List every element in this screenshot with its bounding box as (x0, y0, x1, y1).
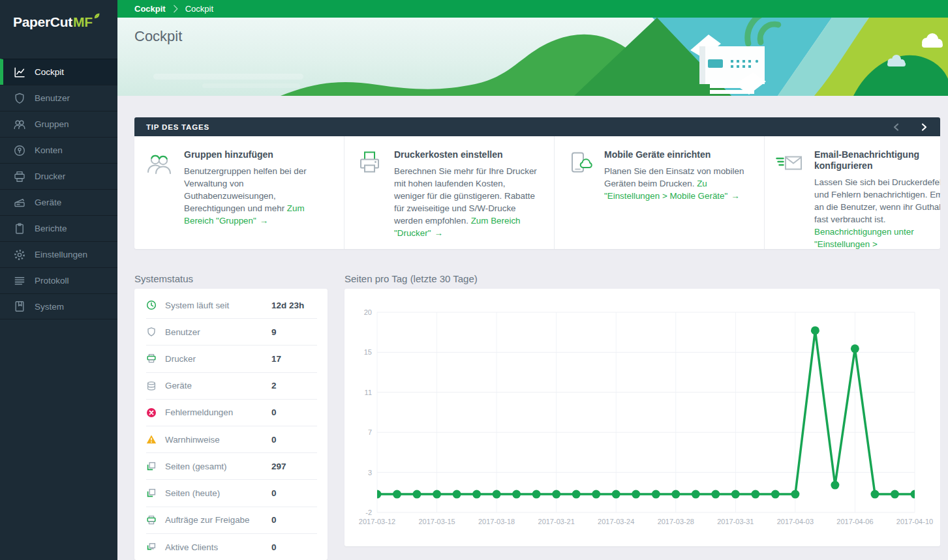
page-title: Cockpit (134, 28, 182, 45)
sidebar-item-label: Geräte (35, 198, 61, 207)
group-people-icon (145, 149, 174, 249)
status-row-warnhinweise: Warnhinweise 0 (146, 426, 317, 453)
system-status-title: Systemstatus (134, 273, 193, 284)
sidebar-item-benutzer[interactable]: Benutzer (0, 85, 117, 111)
status-value: 0 (271, 488, 317, 498)
breadcrumb-current[interactable]: Cockpit (185, 4, 213, 14)
tip-card-gruppen: Gruppen hinzufügen Benutzergruppen helfe… (134, 136, 344, 249)
email-notification-icon (775, 149, 804, 249)
status-value: 0 (271, 407, 317, 417)
sidebar-item-label: Berichte (35, 224, 67, 233)
page-header-banner: Cockpit (117, 18, 948, 96)
svg-text:2017-03-21: 2017-03-21 (538, 518, 575, 525)
status-row-auftraege: Aufträge zur Freigabe 0 (146, 507, 317, 534)
sidebar-item-label: Drucker (35, 171, 65, 181)
printer-icon (13, 170, 26, 183)
sidebar-item-gruppen[interactable]: Gruppen (0, 111, 117, 137)
sidebar-item-konten[interactable]: Konten (0, 137, 117, 163)
sidebar-item-geraete[interactable]: Geräte (0, 189, 117, 215)
sidebar-item-protokoll[interactable]: Protokoll (0, 267, 117, 293)
group-icon (13, 118, 26, 131)
tip-card-email: Email-Benachrichtigung konfigurieren Las… (765, 136, 940, 249)
status-row-benutzer: Benutzer 9 (146, 319, 317, 346)
warning-icon (146, 434, 157, 445)
status-value: 2 (271, 381, 317, 391)
status-value: 12d 23h (271, 301, 317, 310)
sidebar-item-system[interactable]: System (0, 293, 117, 319)
svg-text:2017-03-15: 2017-03-15 (418, 518, 455, 525)
arrow-right-icon: → (731, 191, 739, 201)
tip-title: Druckerkosten einstellen (394, 149, 538, 160)
pages-icon (146, 488, 157, 498)
log-lines-icon (13, 274, 26, 287)
sidebar-item-label: Protokoll (35, 276, 69, 286)
mobile-cloud-icon (565, 149, 594, 249)
account-key-icon (13, 144, 26, 157)
status-value: 0 (271, 542, 317, 552)
tip-title: Email-Benachrichtigung konfigurieren (814, 149, 940, 171)
svg-text:2017-03-18: 2017-03-18 (478, 518, 515, 525)
svg-text:7: 7 (368, 428, 372, 436)
status-row-drucker: Drucker 17 (146, 346, 317, 372)
printer-icon (146, 353, 157, 364)
tip-cards: Gruppen hinzufügen Benutzergruppen helfe… (134, 136, 940, 249)
sidebar-item-cockpit[interactable]: Cockpit (0, 59, 117, 85)
clipboard-icon (13, 222, 26, 235)
sidebar-item-label: Einstellungen (35, 250, 87, 259)
status-row-seiten-heute: Seiten (heute) 0 (146, 480, 317, 507)
svg-text:2017-03-24: 2017-03-24 (598, 518, 634, 525)
breadcrumb-chevron-icon (173, 5, 178, 13)
svg-text:20: 20 (364, 308, 372, 316)
sidebar: PaperCutMF Cockpit Benutzer Gruppen (0, 0, 117, 560)
system-status-card: System läuft seit 12d 23h Benutzer 9 Dru… (134, 289, 328, 560)
print-jobs-icon (146, 515, 157, 525)
status-row-fehlermeldungen: Fehlermeldungen 0 (146, 400, 317, 426)
tip-body: Lassen Sie sich bei Druckerdefekten und … (814, 176, 940, 249)
tip-body: Planen Sie den Einsatz von mobilen Gerät… (604, 165, 748, 202)
logo-text-primary: PaperCut (13, 14, 72, 30)
sidebar-item-drucker[interactable]: Drucker (0, 163, 117, 189)
svg-text:2017-04-06: 2017-04-06 (836, 518, 873, 525)
tip-title: Gruppen hinzufügen (184, 149, 328, 160)
arrow-right-icon: → (260, 216, 268, 226)
status-row-geraete: Geräte 2 (146, 373, 317, 400)
gear-icon (13, 248, 26, 261)
sidebar-item-label: System (35, 302, 64, 312)
clients-icon (146, 542, 157, 552)
pages-icon (146, 461, 157, 471)
svg-text:2017-03-31: 2017-03-31 (717, 518, 754, 525)
sidebar-item-berichte[interactable]: Berichte (0, 215, 117, 241)
tips-prev-button[interactable] (891, 121, 902, 133)
tip-link-benachrichtigungen[interactable]: Benachrichtigungen unter "Einstellungen … (814, 227, 914, 249)
sidebar-item-einstellungen[interactable]: Einstellungen (0, 241, 117, 267)
svg-text:2017-04-10: 2017-04-10 (896, 518, 933, 525)
tip-body: Berechnen Sie mehr für Ihre Drucker mit … (394, 165, 538, 239)
user-shield-icon (13, 92, 26, 105)
tips-next-button[interactable] (919, 121, 930, 133)
error-icon (146, 407, 157, 418)
users-shield-icon (146, 327, 157, 337)
svg-text:-2: -2 (365, 508, 372, 516)
status-value: 0 (271, 515, 317, 525)
status-row-uptime: System läuft seit 12d 23h (146, 292, 317, 319)
tip-of-the-day-bar: TIP DES TAGES (134, 117, 940, 136)
svg-text:2017-04-03: 2017-04-03 (777, 518, 814, 525)
pages-per-day-chart-card: 2017-03-122017-03-152017-03-182017-03-21… (344, 289, 940, 546)
tip-title: Mobile Geräte einrichten (604, 149, 748, 160)
pages-chart-title: Seiten pro Tag (letzte 30 Tage) (344, 273, 478, 284)
breadcrumb-root[interactable]: Cockpit (134, 4, 166, 14)
sidebar-item-label: Gruppen (35, 119, 69, 129)
status-value: 17 (271, 354, 317, 364)
breadcrumb: Cockpit Cockpit (117, 0, 948, 18)
sidebar-item-label: Konten (35, 145, 63, 155)
papercut-logo[interactable]: PaperCutMF (0, 0, 117, 30)
sidebar-item-label: Cockpit (35, 67, 64, 77)
banner-illustration (117, 18, 948, 96)
book-bookmark-icon (13, 300, 26, 313)
pages-per-day-chart: 2017-03-122017-03-152017-03-182017-03-21… (344, 289, 940, 546)
status-row-aktive-clients: Aktive Clients 0 (146, 534, 317, 560)
sidebar-nav: Cockpit Benutzer Gruppen Konten Drucker (0, 59, 117, 319)
arrow-right-icon: → (434, 228, 442, 238)
uptime-clock-icon (146, 300, 157, 310)
tip-card-mobile: Mobile Geräte einrichten Planen Sie den … (555, 136, 765, 249)
